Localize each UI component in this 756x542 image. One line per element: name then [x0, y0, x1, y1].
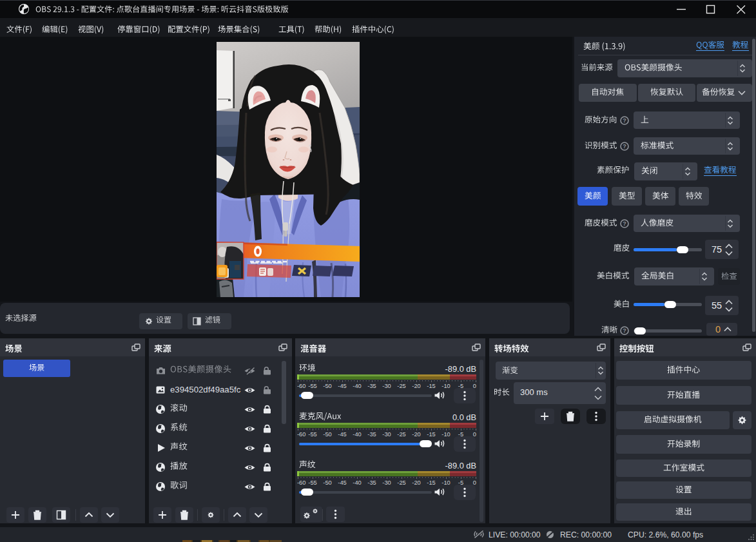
svg-text:-20: -20 — [412, 383, 420, 389]
svg-text:-40: -40 — [353, 479, 361, 486]
svg-text:-50: -50 — [323, 383, 331, 389]
svg-text:-50: -50 — [323, 479, 331, 486]
svg-text:-35: -35 — [367, 431, 376, 438]
svg-text:-40: -40 — [353, 383, 361, 389]
svg-text:?: ? — [623, 143, 626, 150]
svg-text:-45: -45 — [338, 479, 346, 486]
svg-text:-45: -45 — [338, 383, 346, 389]
svg-text:-30: -30 — [382, 383, 391, 389]
svg-text:-20: -20 — [412, 431, 420, 438]
svg-text:?: ? — [623, 117, 626, 124]
svg-text:-20: -20 — [412, 479, 420, 486]
svg-text:-60: -60 — [297, 383, 305, 389]
svg-text:-55: -55 — [308, 479, 316, 486]
svg-text:-15: -15 — [427, 479, 435, 486]
svg-text:-55: -55 — [308, 431, 316, 438]
svg-text:-40: -40 — [353, 431, 361, 438]
svg-text:-25: -25 — [397, 479, 405, 486]
svg-text:-25: -25 — [397, 383, 405, 389]
svg-text:-25: -25 — [397, 431, 405, 438]
svg-text:-15: -15 — [427, 383, 435, 389]
svg-text:-35: -35 — [367, 383, 376, 389]
svg-text:?: ? — [623, 220, 626, 227]
svg-text:-60: -60 — [297, 479, 305, 486]
svg-text:-10: -10 — [441, 431, 450, 438]
svg-text:-45: -45 — [338, 431, 346, 438]
svg-text:-30: -30 — [382, 479, 391, 486]
svg-text:-60: -60 — [297, 431, 305, 438]
svg-text:-15: -15 — [427, 431, 435, 438]
svg-text:-10: -10 — [441, 479, 450, 486]
svg-text:-30: -30 — [382, 431, 391, 438]
svg-text:-55: -55 — [308, 383, 316, 389]
svg-text:-10: -10 — [441, 383, 450, 389]
svg-text:-50: -50 — [323, 431, 331, 438]
svg-text:-35: -35 — [367, 479, 376, 486]
svg-text:?: ? — [623, 327, 626, 334]
